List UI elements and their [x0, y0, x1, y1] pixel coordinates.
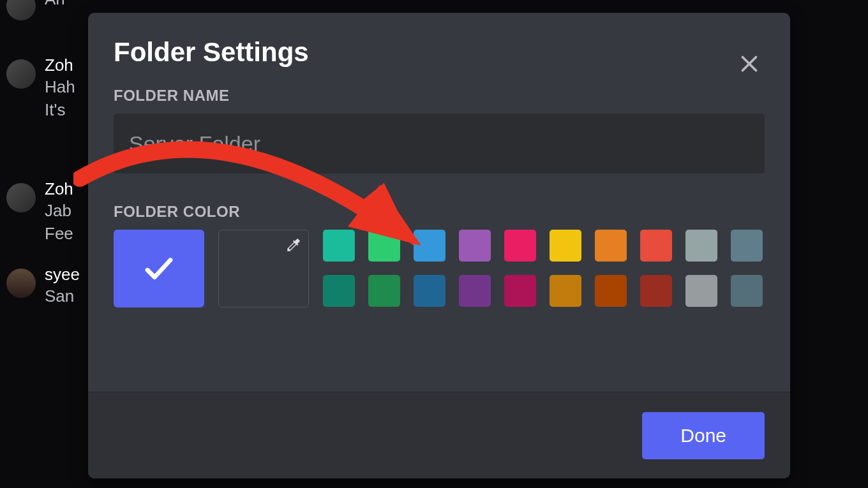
message-text: Hah: [45, 75, 75, 98]
custom-color-picker[interactable]: [218, 230, 309, 307]
username: syee: [45, 265, 80, 285]
message-text: Ah: [45, 0, 65, 10]
selected-color-preview[interactable]: [114, 230, 204, 307]
color-swatch[interactable]: [368, 230, 400, 262]
color-swatch[interactable]: [504, 230, 536, 262]
modal-title: Folder Settings: [114, 37, 765, 68]
close-button[interactable]: [734, 48, 765, 79]
color-swatch[interactable]: [640, 275, 672, 307]
color-swatch[interactable]: [459, 275, 491, 307]
avatar: [6, 59, 36, 89]
color-swatch[interactable]: [550, 230, 581, 262]
avatar: [6, 269, 36, 298]
color-swatch[interactable]: [459, 230, 491, 262]
eyedropper-icon: [285, 237, 302, 253]
avatar: [6, 183, 36, 212]
close-icon: [738, 52, 761, 75]
color-swatch[interactable]: [595, 275, 627, 307]
message-text: Fee: [45, 222, 73, 245]
color-swatch[interactable]: [595, 230, 627, 262]
color-swatch[interactable]: [504, 275, 536, 307]
color-swatch[interactable]: [731, 230, 763, 262]
modal-footer: Done: [88, 392, 790, 478]
done-button[interactable]: Done: [642, 412, 765, 459]
username: Zoh: [45, 179, 73, 199]
check-icon: [142, 251, 176, 286]
message-text: San: [45, 285, 80, 307]
color-swatch[interactable]: [685, 230, 717, 262]
modal-body: FOLDER NAME FOLDER COLOR: [88, 68, 790, 392]
color-swatch-grid: [323, 230, 763, 307]
color-swatch[interactable]: [685, 275, 717, 307]
folder-settings-modal: Folder Settings FOLDER NAME FOLDER COLOR: [88, 13, 790, 478]
avatar: [6, 0, 36, 20]
color-swatch[interactable]: [640, 230, 672, 262]
message-text: It's: [45, 98, 75, 121]
color-swatch[interactable]: [323, 230, 355, 262]
color-swatch[interactable]: [414, 230, 445, 262]
color-swatch[interactable]: [731, 275, 763, 307]
modal-header: Folder Settings: [88, 13, 790, 68]
message-text: Jab: [45, 199, 73, 222]
folder-name-input[interactable]: [114, 114, 765, 174]
color-swatch[interactable]: [550, 275, 581, 307]
color-swatch[interactable]: [323, 275, 355, 307]
color-swatch[interactable]: [414, 275, 445, 307]
folder-color-label: FOLDER COLOR: [114, 203, 765, 221]
color-swatch[interactable]: [368, 275, 400, 307]
username: Zoh: [45, 55, 75, 75]
folder-name-label: FOLDER NAME: [114, 87, 765, 105]
